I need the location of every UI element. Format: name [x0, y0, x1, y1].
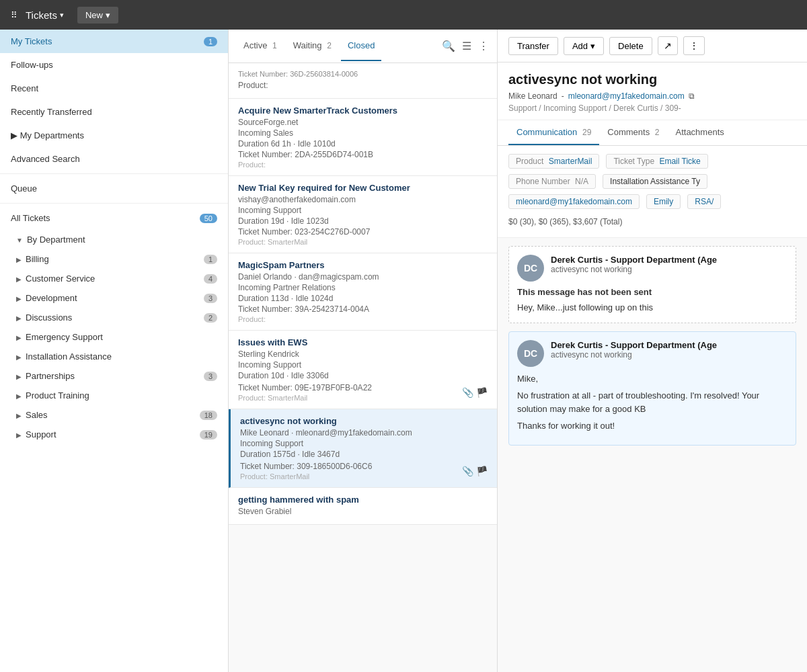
ticket-card-spam[interactable]: getting hammered with spam Steven Grabie… [229, 488, 497, 525]
message-subject-draft: activesync not working [551, 265, 717, 274]
ticket-card-acquire[interactable]: Acquire New SmarterTrack Customers Sourc… [229, 99, 497, 176]
phone-chip: Phone Number N/A [508, 174, 596, 189]
sidebar-all-tickets[interactable]: All Tickets 50 [0, 206, 228, 230]
sidebar-item-recent[interactable]: Recent [0, 77, 228, 100]
ticket-subject-new-trial: New Trial Key required for New Customer [238, 183, 488, 193]
add-button[interactable]: Add ▾ [564, 37, 604, 55]
flag-icon-2: 🏴 [476, 466, 488, 476]
ticket-footer-ews: Ticket Number: 09E-197BF0FB-0A22 Product… [238, 383, 488, 402]
ticket-duration-ews: Duration 10d · Idle 3306d [238, 371, 488, 380]
dept-installation-assistance[interactable]: ▶Installation Assistance [0, 347, 228, 366]
dept-partnerships[interactable]: ▶Partnerships 3 [0, 366, 228, 386]
message-subject-1: activesync not working [551, 350, 717, 360]
ticket-tabs-bar: Active 1 Waiting 2 Closed 🔍 ☰ ⋮ [229, 30, 497, 63]
rsa-tag[interactable]: RSA/ [687, 194, 721, 209]
external-link-button[interactable]: ↗ [658, 36, 678, 55]
ticket-product-label-0: Product: [238, 81, 488, 90]
tab-comments[interactable]: Comments 2 [599, 120, 667, 145]
tab-active[interactable]: Active 1 [237, 31, 284, 61]
dept-discussions[interactable]: ▶Discussions 2 [0, 308, 228, 327]
ticket-subject-ews: Issues with EWS [238, 337, 488, 347]
top-navigation: ⠿ Tickets ▾ New ▾ [0, 0, 807, 30]
ticket-duration-new-trial: Duration 19d · Idle 1023d [238, 216, 488, 226]
tab-communication[interactable]: Communication 29 [508, 120, 599, 145]
app-title-dropdown[interactable]: ▾ [60, 11, 64, 19]
ticket-contact-activesync: Mike Leonard · mleonard@my1fakedomain.co… [240, 428, 488, 437]
ticket-card-new-trial[interactable]: New Trial Key required for New Customer … [229, 176, 497, 253]
ticket-duration-activesync: Duration 1575d · Idle 3467d [240, 450, 488, 459]
new-button[interactable]: New ▾ [77, 7, 118, 24]
message-header-draft: DC Derek Curtis - Support Department (Ag… [517, 255, 787, 282]
search-icon[interactable]: 🔍 [442, 40, 455, 52]
ticket-dept-new-trial: Incoming Support [238, 206, 488, 215]
dept-emergency-support[interactable]: ▶Emergency Support [0, 327, 228, 347]
ticket-subject-activesync: activesync not working [240, 416, 488, 426]
transfer-button[interactable]: Transfer [508, 37, 558, 55]
ticket-product-ews: Product: SmarterMail [238, 394, 372, 402]
message-body-1: Mike, No frustration at all - part of tr… [517, 372, 787, 433]
contact-name: Mike Leonard [508, 91, 558, 101]
sidebar-item-my-departments[interactable]: ▶ My Departments [0, 124, 228, 147]
more-options-icon[interactable]: ⋮ [478, 40, 489, 52]
dept-development[interactable]: ▶Development 3 [0, 288, 228, 308]
ticket-type-value: Email Ticke [659, 157, 700, 166]
development-badge: 3 [204, 294, 217, 303]
message-sender-draft: Derek Curtis - Support Department (Age [551, 255, 717, 265]
ticket-dept-acquire: Incoming Sales [238, 128, 488, 138]
ticket-contact-magicspam: Daniel Orlando · dan@magicspam.com [238, 272, 488, 282]
tab-waiting[interactable]: Waiting 2 [286, 31, 338, 61]
partnerships-badge: 3 [204, 372, 217, 381]
ticket-card-0[interactable]: Ticket Number: 36D-25603814-0006 Product… [229, 63, 497, 99]
sidebar-item-advanced-search[interactable]: Advanced Search [0, 147, 228, 171]
sidebar-item-recently-transferred[interactable]: Recently Transferred [0, 100, 228, 124]
ticket-card-ews[interactable]: Issues with EWS Sterling Kendrick Incomi… [229, 331, 497, 409]
email-tag[interactable]: mleonard@my1fakedomain.com [508, 194, 640, 209]
phone-value: N/A [575, 177, 588, 186]
delete-button[interactable]: Delete [609, 37, 652, 55]
ticket-card-magicspam[interactable]: MagicSpam Partners Daniel Orlando · dan@… [229, 253, 497, 331]
dept-by-department[interactable]: ▼By Department [0, 230, 228, 249]
contact-email[interactable]: mleonard@my1fakedomain.com [568, 91, 685, 101]
ticket-list-actions: 🔍 ☰ ⋮ [442, 40, 489, 52]
install-type-chip: Installation Assistance Ty [603, 174, 707, 189]
ticket-dept-activesync: Incoming Support [240, 439, 488, 448]
ticket-card-activesync[interactable]: activesync not working Mike Leonard · ml… [229, 409, 497, 488]
ticket-num-new-trial: Ticket Number: 023-254C276D-0007 [238, 227, 488, 237]
not-sent-label: This message has not been sent [517, 287, 787, 297]
sidebar-item-my-tickets[interactable]: My Tickets 1 [0, 30, 228, 53]
sidebar-item-followups[interactable]: Follow-ups [0, 53, 228, 77]
copy-email-icon[interactable]: ⧉ [689, 91, 695, 101]
detail-panel: Transfer Add ▾ Delete ↗ ⋮ activesync not… [498, 30, 807, 672]
tab-attachments[interactable]: Attachments [667, 120, 732, 145]
dept-product-training[interactable]: ▶Product Training [0, 386, 228, 405]
dept-customer-service[interactable]: ▶Customer Service 4 [0, 269, 228, 288]
ticket-num-ews: Ticket Number: 09E-197BF0FB-0A22 [238, 383, 372, 392]
dept-support[interactable]: ▶Support 19 [0, 425, 228, 444]
attachment-icon: 📎 [462, 387, 473, 398]
grid-icon[interactable]: ⠿ [11, 10, 17, 20]
ticket-dept-magicspam: Incoming Partner Relations [238, 283, 488, 292]
ticket-dept-ews: Incoming Support [238, 360, 488, 370]
emily-tag[interactable]: Emily [646, 194, 681, 209]
ticket-number-0: Ticket Number: 36D-25603814-0006 [238, 70, 488, 78]
tab-closed[interactable]: Closed [341, 31, 381, 61]
ticket-product-magicspam: Product: [238, 315, 488, 323]
ticket-list: Active 1 Waiting 2 Closed 🔍 ☰ ⋮ Ticket N… [229, 30, 498, 672]
dept-sales[interactable]: ▶Sales 18 [0, 405, 228, 425]
detail-tabs: Communication 29 Comments 2 Attachments [498, 120, 807, 146]
sidebar-queue[interactable]: Queue [0, 177, 228, 200]
app-title: Tickets [26, 9, 57, 21]
detail-toolbar: Transfer Add ▾ Delete ↗ ⋮ [498, 30, 807, 62]
all-tickets-badge: 50 [200, 214, 217, 223]
billing-badge: 1 [204, 255, 217, 264]
ticket-num-magicspam: Ticket Number: 39A-25423714-004A [238, 304, 488, 314]
dept-billing[interactable]: ▶Billing 1 [0, 249, 228, 269]
detail-contact-info: Mike Leonard - mleonard@my1fakedomain.co… [508, 91, 796, 101]
message-card-draft: DC Derek Curtis - Support Department (Ag… [508, 246, 796, 323]
ticket-contact-acquire: SourceForge.net [238, 118, 488, 127]
customer-service-badge: 4 [204, 274, 217, 284]
more-options-button[interactable]: ⋮ [683, 36, 705, 55]
filter-icon[interactable]: ☰ [462, 40, 471, 52]
product-value: SmarterMail [549, 157, 592, 166]
attachment-icon-2: 📎 [462, 466, 473, 476]
